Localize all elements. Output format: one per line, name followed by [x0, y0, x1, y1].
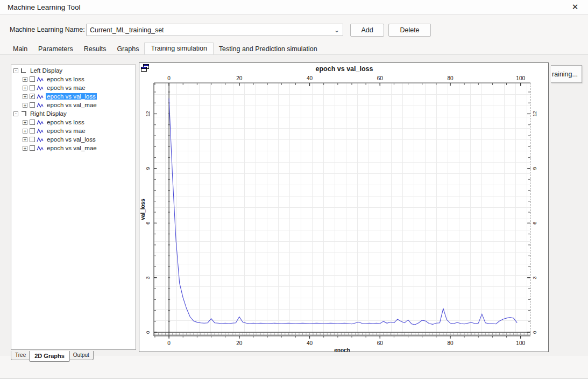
- window-title: Machine Learning Tool: [8, 3, 81, 11]
- expand-icon[interactable]: +: [23, 137, 27, 142]
- title-bar: Machine Learning Tool ✕: [0, 0, 588, 15]
- checkbox-unchecked[interactable]: [30, 85, 35, 90]
- curve-icon: [37, 137, 44, 143]
- svg-text:val_loss: val_loss: [140, 199, 146, 220]
- curve-icon: [37, 145, 44, 151]
- svg-text:epoch: epoch: [334, 347, 350, 352]
- tab-training-simulation[interactable]: Training simulation: [144, 43, 213, 55]
- svg-text:3: 3: [145, 276, 151, 279]
- tree-item-label[interactable]: epoch vs loss: [46, 76, 86, 82]
- tab-strip: Main Parameters Results Graphs Training …: [8, 43, 323, 55]
- tree-group-right-display[interactable]: - Right Display: [13, 109, 136, 118]
- svg-text:20: 20: [236, 75, 243, 81]
- chart-panel: epoch vs val_loss 0020204040606080801001…: [139, 62, 549, 352]
- tab-results[interactable]: Results: [79, 44, 112, 55]
- ml-name-label: Machine Learning Name:: [10, 26, 85, 33]
- collapse-icon[interactable]: -: [13, 111, 18, 116]
- svg-text:6: 6: [532, 222, 537, 224]
- expand-icon[interactable]: +: [23, 86, 27, 90]
- svg-text:9: 9: [532, 167, 537, 170]
- svg-text:0: 0: [167, 340, 171, 346]
- svg-text:80: 80: [447, 340, 454, 346]
- curve-icon: [37, 76, 44, 82]
- tree-item[interactable]: + epoch vs mae: [13, 83, 136, 92]
- tree-group-label[interactable]: Right Display: [29, 110, 68, 117]
- svg-text:100: 100: [516, 75, 525, 81]
- curve-icon: [37, 120, 44, 125]
- ml-name-combobox[interactable]: Current_ML_training_set ⌄: [86, 24, 343, 36]
- svg-text:60: 60: [377, 75, 384, 81]
- tree-group-label[interactable]: Left Display: [29, 67, 63, 74]
- checkbox-unchecked[interactable]: [30, 145, 35, 151]
- curve-icon: [37, 94, 44, 100]
- tree-item[interactable]: + epoch vs val_mae: [13, 101, 136, 109]
- curve-icon: [37, 102, 44, 108]
- checkbox-unchecked[interactable]: [30, 76, 35, 82]
- tree-item-label[interactable]: epoch vs val_loss: [46, 136, 97, 143]
- tree-item[interactable]: + epoch vs loss: [13, 75, 136, 83]
- checkbox-unchecked[interactable]: [30, 128, 35, 134]
- bottom-tab-output[interactable]: Output: [69, 351, 94, 360]
- training-button-label: raining...: [552, 71, 578, 78]
- expand-icon[interactable]: +: [23, 146, 27, 151]
- svg-text:0: 0: [532, 331, 537, 334]
- svg-text:80: 80: [447, 75, 454, 81]
- tree-item-label[interactable]: epoch vs val_loss: [46, 93, 97, 100]
- tree-item-selected[interactable]: + ✓ epoch vs val_loss: [13, 92, 136, 101]
- svg-text:40: 40: [307, 75, 313, 81]
- display-tree-panel: - Left Display + epoch vs loss + epoch v…: [11, 65, 136, 350]
- val-loss-line-chart[interactable]: 002020404060608080100100003366991212val_…: [139, 63, 549, 352]
- tree-item[interactable]: + epoch vs val_loss: [13, 135, 136, 144]
- checkbox-unchecked[interactable]: [30, 120, 35, 125]
- close-icon[interactable]: ✕: [569, 2, 582, 12]
- tree-item-label[interactable]: epoch vs mae: [46, 85, 87, 91]
- chevron-down-icon[interactable]: ⌄: [331, 25, 343, 36]
- tree-item[interactable]: + epoch vs mae: [13, 127, 136, 135]
- svg-text:100: 100: [516, 340, 525, 346]
- tree-item[interactable]: + epoch vs val_mae: [13, 144, 136, 152]
- expand-icon[interactable]: +: [23, 94, 27, 99]
- tab-main[interactable]: Main: [8, 44, 33, 55]
- curve-icon: [37, 85, 44, 91]
- bottom-tab-2d-graphs[interactable]: 2D Graphs: [29, 351, 70, 362]
- svg-text:60: 60: [377, 340, 384, 346]
- svg-text:9: 9: [145, 167, 151, 170]
- svg-text:40: 40: [307, 340, 313, 346]
- delete-button[interactable]: Delete: [388, 24, 431, 37]
- training-simulation-page: - Left Display + epoch vs loss + epoch v…: [0, 54, 588, 356]
- tree-group-left-display[interactable]: - Left Display: [13, 66, 136, 75]
- add-button[interactable]: Add: [350, 24, 384, 37]
- tree-item-label[interactable]: epoch vs loss: [46, 119, 86, 125]
- checkbox-checked[interactable]: ✓: [30, 94, 35, 99]
- tree-item[interactable]: + epoch vs loss: [13, 118, 136, 127]
- ml-name-value: Current_ML_training_set: [90, 26, 331, 34]
- right-display-icon: [20, 111, 27, 117]
- tree-item-label[interactable]: epoch vs val_mae: [46, 102, 98, 108]
- collapse-icon[interactable]: -: [13, 68, 18, 73]
- name-row: Machine Learning Name: Current_ML_traini…: [0, 22, 588, 39]
- tab-graphs[interactable]: Graphs: [111, 44, 144, 55]
- bottom-tab-strip: Tree 2D Graphs Output: [11, 351, 94, 363]
- svg-text:6: 6: [145, 222, 151, 224]
- svg-text:0: 0: [167, 75, 171, 81]
- svg-text:0: 0: [145, 331, 151, 334]
- tab-testing-prediction-simulation[interactable]: Testing and Prediction simulation: [214, 44, 323, 55]
- left-display-icon: [20, 68, 27, 74]
- checkbox-unchecked[interactable]: [30, 102, 35, 108]
- training-button-partial[interactable]: raining...: [551, 65, 582, 83]
- checkbox-unchecked[interactable]: [30, 137, 35, 142]
- tab-parameters[interactable]: Parameters: [33, 44, 79, 55]
- machine-learning-tool-window: { "window": { "title": "Machine Learning…: [0, 0, 588, 379]
- curve-icon: [37, 128, 44, 134]
- expand-icon[interactable]: +: [23, 120, 27, 125]
- expand-icon[interactable]: +: [23, 77, 27, 82]
- svg-text:3: 3: [532, 276, 537, 279]
- tree-item-label[interactable]: epoch vs mae: [46, 128, 87, 134]
- svg-text:12: 12: [532, 111, 537, 117]
- bottom-tab-tree[interactable]: Tree: [11, 351, 30, 360]
- expand-icon[interactable]: +: [23, 129, 27, 134]
- expand-icon[interactable]: +: [23, 103, 27, 108]
- tree-item-label[interactable]: epoch vs val_mae: [46, 145, 98, 151]
- svg-text:20: 20: [236, 340, 243, 346]
- svg-text:12: 12: [145, 111, 151, 117]
